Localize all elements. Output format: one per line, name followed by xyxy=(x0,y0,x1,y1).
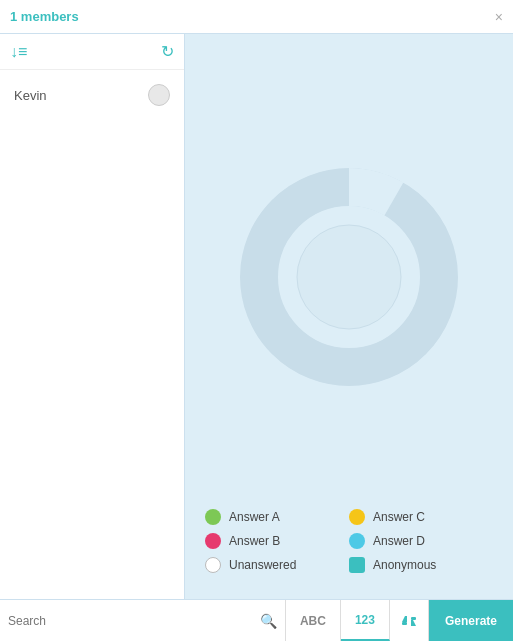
tab-abc-button[interactable]: ABC xyxy=(286,600,341,641)
legend-dot-blue-light xyxy=(349,533,365,549)
close-icon[interactable]: × xyxy=(495,9,503,25)
top-bar: 1 members × xyxy=(0,0,513,34)
tab-123-button[interactable]: 123 xyxy=(341,600,390,641)
legend-item-unanswered: Unanswered xyxy=(205,557,339,573)
thumbs-icon xyxy=(400,614,418,628)
legend-label-answer-b: Answer B xyxy=(229,534,280,548)
legend-label-answer-c: Answer C xyxy=(373,510,425,524)
legend-dot-green xyxy=(205,509,221,525)
legend-label-answer-a: Answer A xyxy=(229,510,280,524)
app-container: 1 members × ↓≡ ↻ Kevin xyxy=(0,0,513,641)
main-area: ↓≡ ↻ Kevin xyxy=(0,34,513,599)
member-toggle[interactable] xyxy=(148,84,170,106)
search-area: 🔍 xyxy=(0,600,286,641)
generate-button[interactable]: Generate xyxy=(429,600,513,641)
left-toolbar: ↓≡ ↻ xyxy=(0,34,184,70)
legend-item-answer-a: Answer A xyxy=(205,509,339,525)
legend-dot-empty xyxy=(205,557,221,573)
svg-rect-0 xyxy=(402,622,407,625)
legend-label-unanswered: Unanswered xyxy=(229,558,296,572)
legend-label-answer-d: Answer D xyxy=(373,534,425,548)
sort-icon[interactable]: ↓≡ xyxy=(10,43,27,61)
member-item: Kevin xyxy=(0,78,184,112)
search-icon: 🔍 xyxy=(260,613,277,629)
member-list: Kevin xyxy=(0,70,184,599)
legend-dot-yellow xyxy=(349,509,365,525)
bottom-bar: 🔍 ABC 123 Generate xyxy=(0,599,513,641)
legend-item-answer-c: Answer C xyxy=(349,509,483,525)
svg-rect-1 xyxy=(411,617,416,620)
legend-item-answer-d: Answer D xyxy=(349,533,483,549)
legend-dot-teal xyxy=(349,557,365,573)
members-count: 1 members xyxy=(10,9,79,24)
donut-inner xyxy=(297,225,401,329)
legend-item-answer-b: Answer B xyxy=(205,533,339,549)
right-panel: Answer A Answer C Answer B Answer D Unan… xyxy=(185,34,513,599)
member-name: Kevin xyxy=(14,88,47,103)
refresh-icon[interactable]: ↻ xyxy=(161,42,174,61)
chart-area xyxy=(239,54,459,499)
legend: Answer A Answer C Answer B Answer D Unan… xyxy=(195,499,503,583)
left-panel: ↓≡ ↻ Kevin xyxy=(0,34,185,599)
legend-dot-pink xyxy=(205,533,221,549)
legend-label-anonymous: Anonymous xyxy=(373,558,436,572)
legend-item-anonymous: Anonymous xyxy=(349,557,483,573)
donut-chart xyxy=(239,167,459,387)
search-input[interactable] xyxy=(8,614,254,628)
thumbs-button[interactable] xyxy=(390,600,429,641)
